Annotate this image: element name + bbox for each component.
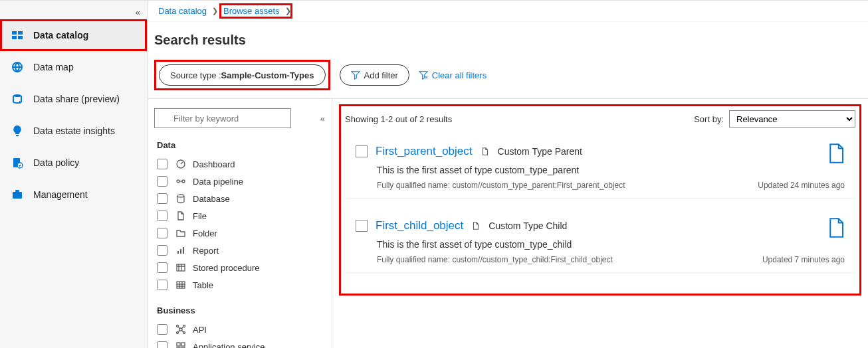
filter-item-label: Data pipeline [193,177,243,187]
dashboard-icon [175,159,187,169]
chevron-right-icon: ❯ [284,7,292,15]
clear-all-filters-button[interactable]: Clear all filters [419,70,487,80]
filter-item-checkbox[interactable] [157,324,167,335]
filter-item[interactable]: API [154,321,325,338]
result-card: First_parent_objectCustom Type ParentThi… [345,135,855,198]
sidebar-item-label: Data share (preview) [33,94,120,104]
share-icon [11,92,24,106]
filters-pane-collapse-button[interactable]: « [320,114,325,124]
svg-point-12 [177,180,179,183]
filter-item-label: Database [193,194,230,204]
filter-funnel-icon [351,70,360,80]
filter-item[interactable]: File [154,207,325,224]
svg-rect-17 [183,247,184,254]
add-filter-button[interactable]: Add filter [340,64,409,86]
filter-item-checkbox[interactable] [157,228,167,238]
filter-item[interactable]: Data pipeline [154,173,325,190]
asset-name-link[interactable]: First_parent_object [376,145,473,158]
asset-description: This is the first asset of type custom_t… [377,165,845,175]
pipeline-icon [175,176,187,187]
sort-by-select[interactable]: Relevance [729,110,855,128]
filter-item[interactable]: Database [154,190,325,207]
sidebar-item-map[interactable]: Data map [0,51,147,83]
asset-name-link[interactable]: First_child_object [376,219,463,232]
filter-item[interactable]: Folder [154,224,325,242]
sort-by-label: Sort by: [694,114,724,124]
result-card: First_child_objectCustom Type ChildThis … [345,210,855,272]
sidebar-item-label: Data policy [33,157,79,168]
filter-item[interactable]: Application service [154,338,325,348]
filter-item[interactable]: Report [154,242,325,259]
sidebar-item-label: Management [33,189,88,200]
result-checkbox[interactable] [356,145,368,157]
file-icon [827,143,845,165]
folder-icon [175,228,187,238]
filter-item-label: Dashboard [193,159,235,169]
filter-item-checkbox[interactable] [157,262,167,273]
asset-type-name: Custom Type Parent [498,146,582,157]
results-count-text: Showing 1-2 out of 2 results [345,114,452,124]
filter-group-title: Business [157,305,325,315]
sidebar-item-catalog[interactable]: Data catalog [0,19,147,51]
appservice-icon [175,341,187,348]
filter-item-label: Stored procedure [193,263,259,273]
svg-rect-10 [15,190,19,192]
asset-updated: Updated 24 minutes ago [758,181,845,190]
sidebar: « Data catalogData mapData share (previe… [0,1,148,348]
sidebar-item-label: Data estate insights [33,126,115,136]
filter-item-checkbox[interactable] [157,341,167,348]
sidebar-item-share[interactable]: Data share (preview) [0,83,147,115]
filter-item-label: Folder [193,228,217,238]
filter-item[interactable]: Table [154,276,325,294]
filter-item-checkbox[interactable] [157,193,167,204]
svg-point-5 [13,94,21,97]
svg-point-13 [182,180,185,183]
filter-item[interactable]: Stored procedure [154,259,325,276]
result-checkbox[interactable] [356,220,368,232]
filter-item-checkbox[interactable] [157,245,167,256]
sidebar-item-insights[interactable]: Data estate insights [0,115,147,147]
table-icon [175,280,187,290]
breadcrumb: Data catalog ❯ Browse assets ❯ [148,1,868,22]
svg-rect-15 [177,251,179,254]
filter-item[interactable]: Dashboard [154,155,325,173]
storedproc-icon [175,262,187,273]
asset-description: This is the first asset of type custom_t… [377,239,845,250]
breadcrumb-item[interactable]: Browse assets [219,3,284,19]
asset-type-icon [471,221,481,230]
asset-updated: Updated 7 minutes ago [762,255,845,264]
filter-item-label: Application service [193,342,265,349]
filter-keyword-input[interactable] [154,108,291,128]
filter-bar: Source type : Sample-Custom-Types Add fi… [148,57,868,99]
report-icon [175,245,187,256]
breadcrumb-item[interactable]: Data catalog [154,3,211,19]
svg-rect-3 [18,36,23,39]
filter-item-checkbox[interactable] [157,211,167,221]
asset-type-icon [481,147,490,156]
svg-rect-0 [12,31,17,35]
sidebar-item-management[interactable]: Management [0,179,147,211]
svg-rect-26 [181,343,185,346]
svg-rect-2 [12,36,17,39]
filter-item-checkbox[interactable] [157,176,167,187]
filters-pane: « DataDashboardData pipelineDatabaseFile… [148,99,332,348]
filter-item-checkbox[interactable] [157,159,167,169]
svg-rect-18 [177,264,185,271]
file-icon [827,218,845,240]
svg-rect-25 [177,343,180,346]
insights-icon [11,124,24,137]
api-icon [175,324,187,335]
filter-chip-source-type[interactable]: Source type : Sample-Custom-Types [159,64,326,86]
svg-rect-16 [180,249,181,254]
filter-item-label: Table [193,280,213,290]
policy-icon [11,156,24,169]
map-icon [11,60,24,74]
asset-fqn: Fully qualified name: custom//custom_typ… [377,181,625,190]
filter-group-title: Data [157,140,325,150]
sidebar-collapse-button[interactable]: « [136,7,140,17]
asset-fqn: Fully qualified name: custom//custom_typ… [377,255,613,264]
filter-item-checkbox[interactable] [157,280,167,290]
sidebar-item-label: Data map [33,62,74,72]
sidebar-item-policy[interactable]: Data policy [0,147,147,179]
asset-type-name: Custom Type Child [488,220,567,231]
